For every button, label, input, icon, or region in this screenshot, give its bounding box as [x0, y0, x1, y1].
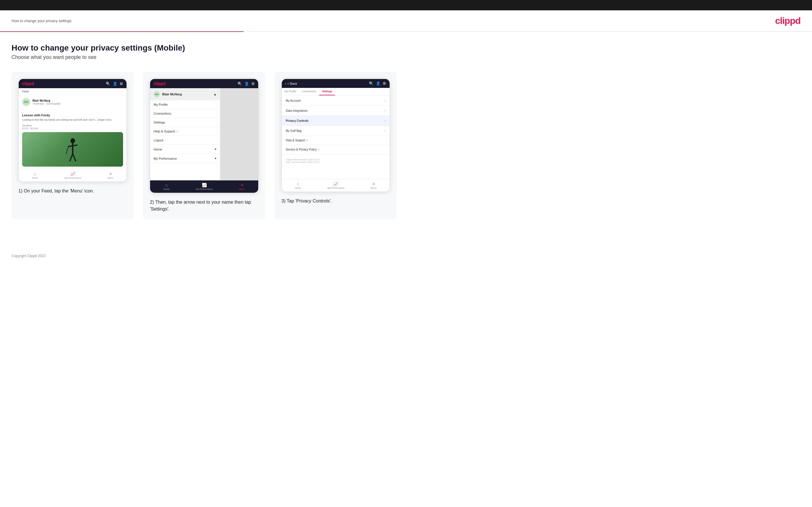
- settings-icon[interactable]: ⚙: [119, 81, 123, 86]
- menu-privacy-controls[interactable]: Privacy Controls ›: [282, 116, 390, 126]
- nav-performance-2[interactable]: 📈 My Performance: [196, 183, 213, 190]
- svg-line-4: [73, 154, 75, 161]
- menu-help-support[interactable]: Help & Support ↗: [282, 136, 390, 145]
- menu-data-integrations[interactable]: Data Integrations ›: [282, 106, 390, 116]
- settings-icon-2[interactable]: ⚙: [251, 81, 255, 86]
- step3-description: 3) Tap 'Privacy Controls'.: [282, 198, 390, 205]
- dropdown-logout[interactable]: Logout: [150, 136, 220, 145]
- dropdown-connections[interactable]: Connections: [150, 109, 220, 118]
- main-content: How to change your privacy settings (Mob…: [0, 32, 812, 237]
- post-name: Blair McHarg: [33, 99, 60, 102]
- nav-menu-1[interactable]: ≡ Menu: [107, 171, 113, 179]
- tab-my-profile[interactable]: My Profile: [282, 88, 299, 95]
- post-header: BM Blair McHarg Yesterday · Sunningdale: [19, 95, 126, 111]
- svg-line-2: [68, 145, 77, 147]
- tab-settings[interactable]: Settings: [319, 88, 335, 95]
- phone2-header: clippd 🔍 👤 ⚙: [150, 79, 258, 88]
- menu-my-golf-bag[interactable]: My Golf Bag ›: [282, 126, 390, 136]
- settings-icon-3[interactable]: ⚙: [383, 81, 386, 86]
- menu-service-privacy[interactable]: Service & Privacy Policy ↗: [282, 145, 390, 154]
- nav-home-label: Home: [32, 177, 38, 179]
- logo: clippd: [775, 15, 801, 26]
- help-support-label: Help & Support ↗: [286, 139, 308, 142]
- nav-performance-label-2: My Performance: [196, 188, 213, 190]
- my-golf-bag-label: My Golf Bag: [286, 129, 302, 132]
- search-icon[interactable]: 🔍: [106, 81, 110, 86]
- dropdown-home-section[interactable]: Home ▾: [150, 145, 220, 154]
- dropdown-user-left: BM Blair McHarg: [154, 91, 182, 97]
- back-chevron-icon: ‹: [285, 82, 287, 85]
- dropdown-home-chevron: ▾: [215, 147, 216, 151]
- breadcrumb: How to change your privacy settings: [11, 19, 71, 23]
- phone1-tabs: Feed: [19, 88, 126, 95]
- dropdown-settings[interactable]: Settings: [150, 118, 220, 127]
- search-icon-2[interactable]: 🔍: [238, 81, 242, 86]
- nav-home-label-2: Home: [163, 188, 169, 190]
- step-card-3: ‹ < Back 🔍 👤 ⚙ My Profile Connections Se…: [274, 72, 397, 219]
- dropdown-performance-section[interactable]: My Performance ▾: [150, 154, 220, 163]
- page-subtitle: Choose what you want people to see: [11, 54, 801, 60]
- phone3-tabs: My Profile Connections Settings: [282, 88, 390, 96]
- data-integrations-chevron: ›: [385, 109, 386, 113]
- performance-icon-3: 📈: [333, 181, 338, 186]
- search-icon-3[interactable]: 🔍: [369, 81, 373, 86]
- step-card-1: clippd 🔍 👤 ⚙ Feed BM Blair McHarg: [11, 72, 134, 219]
- phone2-bottom-nav: ⌂ Home 📈 My Performance ✕ Menu: [150, 180, 258, 193]
- phone1-logo: clippd: [22, 81, 34, 86]
- avatar-2: BM: [154, 91, 160, 97]
- nav-performance-1[interactable]: 📈 My Performance: [64, 171, 82, 179]
- footer: Copyright Clippd 2022: [0, 248, 812, 264]
- lesson-desc: Looking to feel like my hands are exitin…: [22, 118, 123, 122]
- dropdown-user[interactable]: BM Blair McHarg ▲: [150, 88, 220, 100]
- phone3-spacer: [282, 167, 390, 179]
- nav-menu-3[interactable]: ≡ Menu: [371, 181, 376, 189]
- nav-close-2[interactable]: ✕ Menu: [239, 183, 245, 190]
- dropdown-performance-chevron: ▾: [215, 157, 216, 160]
- dropdown-home-label: Home: [154, 148, 162, 151]
- nav-home-1[interactable]: ⌂ Home: [32, 171, 38, 179]
- profile-icon-3[interactable]: 👤: [376, 81, 380, 86]
- nav-menu-label: Menu: [107, 177, 113, 179]
- nav-home-2[interactable]: ⌂ Home: [163, 183, 169, 190]
- nav-menu-label-2: Menu: [239, 188, 245, 190]
- back-button[interactable]: ‹ < Back: [285, 82, 297, 85]
- page-title: How to change your privacy settings (Mob…: [11, 43, 801, 53]
- menu-icon-3: ≡: [372, 181, 375, 186]
- phone2-layout: BM Blair McHarg ▲ My Profile Connections…: [150, 88, 258, 180]
- phone1-header: clippd 🔍 👤 ⚙: [19, 79, 126, 88]
- server-version: GQL Server Version: 2022.7.30-1: [286, 161, 386, 163]
- home-icon-2: ⌂: [165, 183, 168, 187]
- service-privacy-label: Service & Privacy Policy ↗: [286, 148, 320, 151]
- post-content: Lesson with Fordy Looking to feel like m…: [19, 111, 126, 169]
- menu-my-account[interactable]: My Account ›: [282, 96, 390, 106]
- home-icon: ⌂: [34, 171, 36, 176]
- tab-connections[interactable]: Connections: [299, 88, 319, 95]
- golf-image: [22, 132, 123, 167]
- header: How to change your privacy settings clip…: [0, 10, 812, 32]
- phone-mockup-1: clippd 🔍 👤 ⚙ Feed BM Blair McHarg: [18, 79, 127, 182]
- nav-home-3[interactable]: ⌂ Home: [295, 181, 301, 189]
- nav-performance-3[interactable]: 📈 My Performance: [327, 181, 345, 189]
- close-icon: ✕: [240, 183, 244, 187]
- profile-icon-2[interactable]: 👤: [244, 81, 249, 86]
- nav-menu-label-3: Menu: [371, 187, 376, 189]
- avatar: BM: [22, 98, 30, 106]
- phone1-icons: 🔍 👤 ⚙: [106, 81, 123, 86]
- phone1-bottom-nav: ⌂ Home 📈 My Performance ≡ Menu: [19, 169, 126, 181]
- top-bar: [0, 0, 812, 10]
- phone3-menu-list: My Account › Data Integrations › Privacy…: [282, 96, 390, 154]
- phone3-icons: 🔍 👤 ⚙: [369, 81, 386, 86]
- dropdown-my-profile[interactable]: My Profile: [150, 100, 220, 109]
- step2-description: 2) Then, tap the arrow next to your name…: [150, 199, 258, 213]
- svg-point-0: [70, 138, 75, 143]
- feed-tab[interactable]: Feed: [22, 90, 29, 93]
- profile-icon[interactable]: 👤: [113, 81, 117, 86]
- dropdown-help-support[interactable]: Help & Support ↗: [150, 127, 220, 136]
- phone-mockup-2: clippd 🔍 👤 ⚙ BM Blair McHarg: [150, 79, 258, 193]
- service-external-icon: ↗: [317, 148, 320, 151]
- phone-mockup-3: ‹ < Back 🔍 👤 ⚙ My Profile Connections Se…: [282, 79, 390, 192]
- phone3-bottom-nav: ⌂ Home 📈 My Performance ≡ Menu: [282, 179, 390, 191]
- nav-performance-label-3: My Performance: [327, 187, 345, 189]
- performance-icon-2: 📈: [202, 183, 207, 187]
- back-label: < Back: [287, 82, 297, 85]
